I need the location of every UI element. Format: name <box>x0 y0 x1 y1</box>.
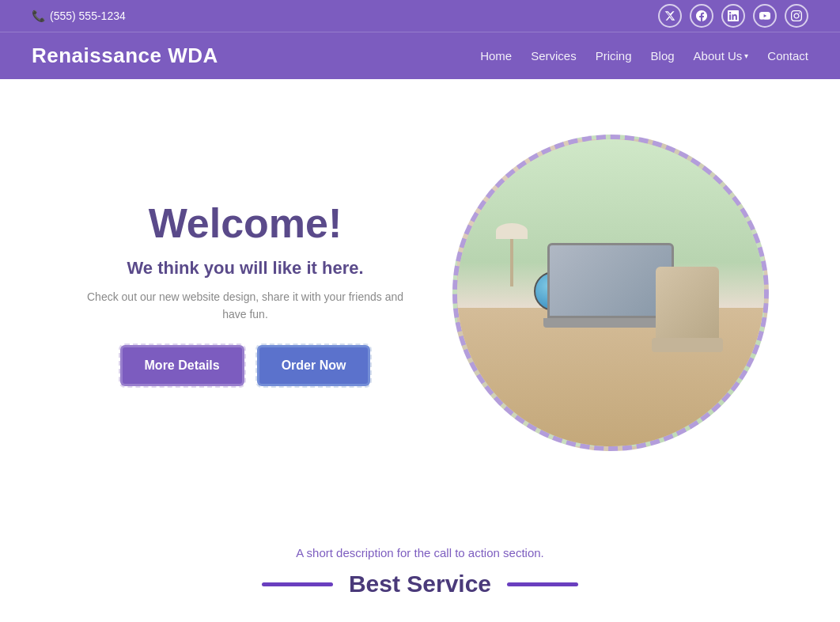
nav-home[interactable]: Home <box>480 49 512 63</box>
navbar: Renaissance WDA Home Services Pricing Bl… <box>0 32 840 79</box>
chair-decoration <box>648 267 727 370</box>
hero-title: Welcome! <box>79 199 411 247</box>
lamp-arm <box>510 239 513 286</box>
nav-links: Home Services Pricing Blog About Us ▾ Co… <box>480 49 808 63</box>
twitter-icon[interactable] <box>658 4 682 28</box>
phone-icon: 📞 <box>32 9 45 22</box>
nav-services[interactable]: Services <box>531 49 577 63</box>
nav-pricing[interactable]: Pricing <box>596 49 632 63</box>
hero-section: Welcome! We think you will like it here.… <box>0 79 840 506</box>
brand-name[interactable]: Renaissance WDA <box>32 44 218 68</box>
cta-title-row: Best Service <box>32 571 808 597</box>
chair-back <box>656 267 719 338</box>
cta-description: A short description for the call to acti… <box>32 546 808 559</box>
cta-title: Best Service <box>349 571 491 597</box>
hero-description: Check out our new website design, share … <box>79 288 411 324</box>
hero-image <box>445 127 777 459</box>
cta-line-left <box>262 582 333 586</box>
linkedin-icon[interactable] <box>721 4 745 28</box>
chair-seat <box>652 338 723 352</box>
facebook-icon[interactable] <box>690 4 713 28</box>
youtube-icon[interactable] <box>753 4 777 28</box>
social-links <box>658 4 808 28</box>
hero-circle-image <box>452 135 769 451</box>
hero-subtitle: We think you will like it here. <box>79 258 411 279</box>
lamp-head <box>496 223 528 239</box>
nav-blog[interactable]: Blog <box>651 49 675 63</box>
chevron-down-icon: ▾ <box>744 51 748 60</box>
top-bar: 📞 (555) 555-1234 <box>0 0 840 32</box>
hero-content: Welcome! We think you will like it here.… <box>79 199 411 387</box>
instagram-icon[interactable] <box>785 4 808 28</box>
phone-number: 📞 (555) 555-1234 <box>32 9 126 22</box>
cta-section: A short description for the call to acti… <box>0 506 840 621</box>
hero-buttons: More Details Order Now <box>79 345 411 386</box>
order-now-button[interactable]: Order Now <box>257 345 371 386</box>
desk-scene <box>457 139 764 446</box>
nav-contact[interactable]: Contact <box>767 49 808 63</box>
cta-line-right <box>507 582 578 586</box>
lamp-decoration <box>500 223 524 286</box>
more-details-button[interactable]: More Details <box>120 345 244 386</box>
nav-about[interactable]: About Us ▾ <box>694 49 749 63</box>
